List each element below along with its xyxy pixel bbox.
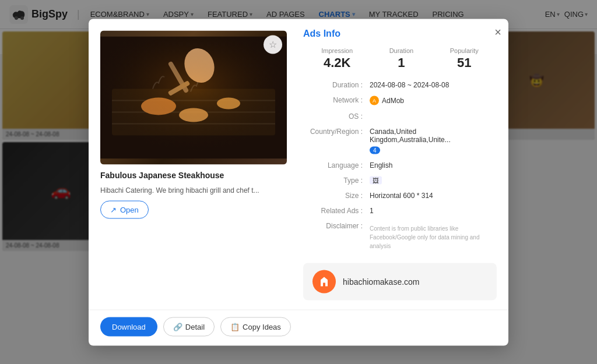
site-row: hibachiomakase.com bbox=[303, 263, 497, 300]
duration-row: Duration : 2024-08-08 ~ 2024-08-08 bbox=[303, 80, 497, 89]
ad-description: Hibachi Catering. We bring hibachi grill… bbox=[100, 185, 287, 195]
copy-ideas-button[interactable]: 📋 Copy Ideas bbox=[220, 317, 291, 336]
network-row: Network : A AdMob bbox=[303, 96, 497, 105]
modal-right: Ads Info Impression 4.2K Duration 1 Popu… bbox=[298, 19, 508, 309]
related-row: Related Ads : 1 bbox=[303, 206, 497, 214]
link-icon: 🔗 bbox=[173, 322, 182, 331]
duration-stat: Duration 1 bbox=[389, 47, 414, 70]
impression-stat: Impression 4.2K bbox=[321, 47, 353, 70]
image-type-icon: 🖼 bbox=[370, 176, 382, 184]
modal-body: ☆ Fabulous Japanese Steakhouse Hibachi C… bbox=[89, 19, 508, 309]
site-icon bbox=[312, 270, 336, 293]
modal-footer: Download 🔗 Detail 📋 Copy Ideas bbox=[89, 309, 508, 345]
open-icon: ↗ bbox=[110, 206, 117, 214]
disclaimer-row: Disclaimer : Content is from public libr… bbox=[303, 221, 497, 250]
ad-business-name: Fabulous Japanese Steakhouse bbox=[100, 170, 287, 179]
ads-info-modal: × bbox=[89, 19, 508, 345]
modal-left: ☆ Fabulous Japanese Steakhouse Hibachi C… bbox=[89, 19, 298, 309]
modal-title: Ads Info bbox=[303, 28, 497, 38]
type-row: Type : 🖼 bbox=[303, 176, 497, 184]
favorite-button[interactable]: ☆ bbox=[264, 35, 282, 54]
ad-image: ☆ bbox=[100, 30, 287, 164]
site-name: hibachiomakase.com bbox=[343, 277, 420, 286]
admob-icon: A bbox=[370, 96, 379, 105]
download-button[interactable]: Download bbox=[100, 317, 157, 336]
close-button[interactable]: × bbox=[494, 26, 501, 37]
food-illustration bbox=[100, 36, 287, 158]
copy-icon: 📋 bbox=[230, 322, 240, 331]
stats-row: Impression 4.2K Duration 1 Popularity 51 bbox=[303, 47, 497, 70]
svg-rect-14 bbox=[100, 36, 287, 158]
open-button[interactable]: ↗ Open bbox=[100, 201, 149, 219]
detail-button[interactable]: 🔗 Detail bbox=[163, 317, 215, 336]
size-row: Size : Horizontal 600 * 314 bbox=[303, 191, 497, 199]
os-row: OS : bbox=[303, 112, 497, 120]
country-row: Country/Region : Canada,United Kingdom,A… bbox=[303, 127, 497, 154]
language-row: Language : English bbox=[303, 161, 497, 169]
country-count-badge: 4 bbox=[370, 146, 380, 154]
popularity-stat: Popularity 51 bbox=[450, 47, 479, 70]
